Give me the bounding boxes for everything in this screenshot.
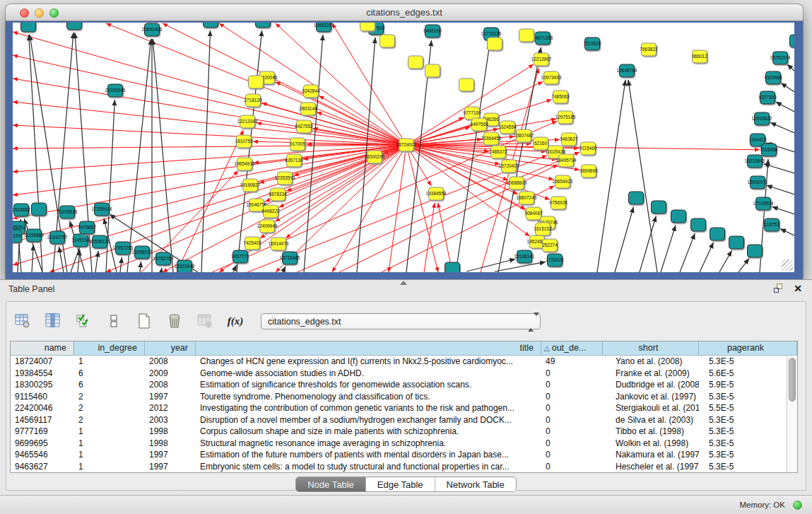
graph-edge[interactable] bbox=[781, 83, 794, 92]
table-row[interactable]: 969969511998Structural magnetic resonanc… bbox=[11, 438, 787, 450]
graph-node[interactable]: 18495794 bbox=[556, 154, 577, 167]
table-cell[interactable]: Wolkin et al. (1998) bbox=[603, 438, 699, 450]
table-cell[interactable]: 0 bbox=[541, 449, 603, 461]
table-row[interactable]: 977716911998Corpus callosum shape and si… bbox=[11, 426, 787, 438]
function-builder-icon[interactable]: f(x) bbox=[225, 310, 246, 332]
graph-node[interactable]: 19166827 bbox=[240, 179, 261, 192]
table-cell[interactable]: 2008 bbox=[145, 379, 196, 391]
table-cell[interactable]: 9465546 bbox=[11, 449, 74, 461]
tab-node-table[interactable]: Node Table bbox=[296, 477, 366, 491]
table-cell[interactable]: 18724007 bbox=[11, 356, 74, 368]
graph-node[interactable]: 6497568 bbox=[470, 118, 488, 131]
graph-node[interactable]: 6466160 bbox=[423, 25, 442, 37]
table-cell[interactable]: 5.3E-5 bbox=[699, 438, 787, 450]
graph-node[interactable]: 15720407 bbox=[499, 160, 519, 173]
graph-node[interactable]: 17016504 bbox=[753, 197, 774, 210]
table-cell[interactable]: 18300295 bbox=[11, 379, 74, 391]
graph-node[interactable]: 1615152 bbox=[534, 223, 552, 235]
graph-node[interactable]: 12353593 bbox=[275, 172, 295, 185]
table-cell[interactable]: Stergiakouli et al. (2012) bbox=[603, 402, 699, 414]
graph-node[interactable] bbox=[256, 23, 271, 28]
graph-node[interactable]: 20691406 bbox=[142, 23, 163, 36]
table-cell[interactable]: 2008 bbox=[145, 356, 196, 368]
graph-node[interactable]: 9463627 bbox=[560, 133, 578, 146]
column-header-out-degree[interactable]: △out_de... bbox=[541, 341, 603, 355]
graph-edge[interactable] bbox=[177, 130, 243, 272]
graph-node[interactable]: 9115958 bbox=[760, 144, 778, 156]
graph-edge[interactable] bbox=[615, 206, 633, 272]
graph-node[interactable]: 10807487 bbox=[514, 129, 534, 142]
scrollbar-thumb[interactable] bbox=[789, 358, 796, 402]
table-cell[interactable]: 49 bbox=[541, 356, 603, 368]
graph-node[interactable]: 16210643 bbox=[745, 155, 765, 168]
graph-node[interactable]: 15992971 bbox=[748, 176, 768, 189]
table-cell[interactable]: 0 bbox=[541, 461, 603, 473]
show-columns-icon[interactable] bbox=[42, 310, 64, 332]
graph-node[interactable]: 19654935 bbox=[235, 158, 255, 170]
table-cell[interactable]: 5.3E-5 bbox=[699, 414, 787, 426]
graph-node[interactable]: 62160 bbox=[534, 137, 548, 150]
unselect-all-icon[interactable] bbox=[103, 310, 124, 332]
network-canvas[interactable]: 2069140610653287152760264661601071913514… bbox=[13, 23, 794, 272]
graph-edge[interactable] bbox=[286, 150, 400, 238]
graph-node[interactable]: 9115460 bbox=[579, 142, 597, 155]
table-cell[interactable]: 9115460 bbox=[11, 391, 74, 403]
graph-node[interactable]: 8427552 bbox=[295, 120, 313, 133]
graph-node[interactable]: 116753 bbox=[764, 218, 779, 231]
table-cell[interactable]: 0 bbox=[541, 402, 603, 414]
table-cell[interactable]: de Silva et al. (2003) bbox=[603, 414, 699, 426]
table-cell[interactable]: 0 bbox=[541, 379, 603, 391]
table-row[interactable]: 1830029562008Estimation of significance … bbox=[11, 379, 787, 391]
graph-node[interactable]: 19654923 bbox=[553, 175, 573, 188]
table-cell[interactable]: 0 bbox=[541, 438, 603, 450]
graph-node[interactable] bbox=[408, 56, 423, 69]
graph-edge[interactable] bbox=[201, 30, 211, 272]
table-cell[interactable]: 22420046 bbox=[11, 402, 74, 414]
table-cell[interactable]: 9699695 bbox=[11, 438, 74, 450]
graph-edge[interactable] bbox=[719, 250, 732, 272]
column-header-title[interactable]: title bbox=[196, 341, 541, 355]
graph-node[interactable] bbox=[459, 78, 474, 91]
table-cell[interactable]: 5.5E-5 bbox=[699, 402, 787, 414]
table-cell[interactable]: 0 bbox=[541, 368, 603, 380]
resize-grip[interactable] bbox=[782, 259, 793, 271]
graph-node[interactable] bbox=[445, 262, 460, 272]
table-cell[interactable]: Dudbridge et al. (2008) bbox=[603, 379, 699, 391]
graph-node[interactable]: 7515526 bbox=[583, 37, 601, 50]
graph-node[interactable]: 9777169 bbox=[463, 107, 481, 119]
graph-node[interactable]: 917005 bbox=[290, 138, 305, 151]
graph-node[interactable] bbox=[748, 245, 763, 257]
graph-edge[interactable] bbox=[13, 125, 399, 144]
graph-edge[interactable] bbox=[466, 259, 515, 271]
graph-node[interactable]: 252274 bbox=[542, 239, 558, 252]
table-cell[interactable]: 6 bbox=[74, 379, 145, 391]
table-cell[interactable]: Hescheler et al. (1997) bbox=[603, 461, 699, 473]
table-row[interactable]: 911546021997Tourette syndrome. Phenomeno… bbox=[11, 391, 787, 403]
graph-node[interactable] bbox=[249, 76, 264, 88]
graph-node[interactable]: 11156869 bbox=[24, 229, 44, 242]
table-cell[interactable]: 5.3E-5 bbox=[699, 391, 787, 403]
graph-node[interactable]: 9975887 bbox=[78, 221, 96, 234]
graph-node[interactable]: 9756928 bbox=[549, 197, 567, 209]
graph-edge[interactable] bbox=[304, 35, 323, 272]
tab-edge-table[interactable]: Edge Table bbox=[366, 477, 435, 491]
table-cell[interactable]: Changes of HCN gene expression and I(f) … bbox=[196, 356, 541, 368]
graph-node[interactable] bbox=[204, 23, 218, 28]
network-canvas-svg[interactable]: 2069140610653287152760264661601071913514… bbox=[13, 23, 794, 272]
table-row[interactable]: 946362711997Embryonic stem cells: a mode… bbox=[11, 461, 787, 473]
table-cell[interactable]: 2 bbox=[74, 402, 145, 414]
graph-node[interactable]: 10648784 bbox=[617, 64, 637, 77]
graph-node[interactable] bbox=[652, 201, 666, 214]
graph-node[interactable]: 15716485 bbox=[280, 252, 300, 264]
table-mode-icon[interactable] bbox=[12, 310, 33, 332]
table-cell[interactable]: 5.3E-5 bbox=[699, 461, 787, 473]
graph-edge[interactable] bbox=[163, 148, 399, 272]
table-row[interactable]: 1456911722003Disruption of a novel membe… bbox=[11, 414, 787, 426]
graph-node[interactable] bbox=[21, 23, 36, 32]
table-cell[interactable]: 1 bbox=[74, 356, 145, 368]
table-cell[interactable]: 2003 bbox=[145, 414, 196, 426]
graph-node[interactable]: 18724007 bbox=[396, 139, 417, 151]
table-cell[interactable]: 1997 bbox=[145, 391, 196, 403]
table-row[interactable]: 1938455462009Genome-wide association stu… bbox=[11, 368, 787, 380]
graph-node[interactable]: 12213343 bbox=[237, 115, 258, 128]
